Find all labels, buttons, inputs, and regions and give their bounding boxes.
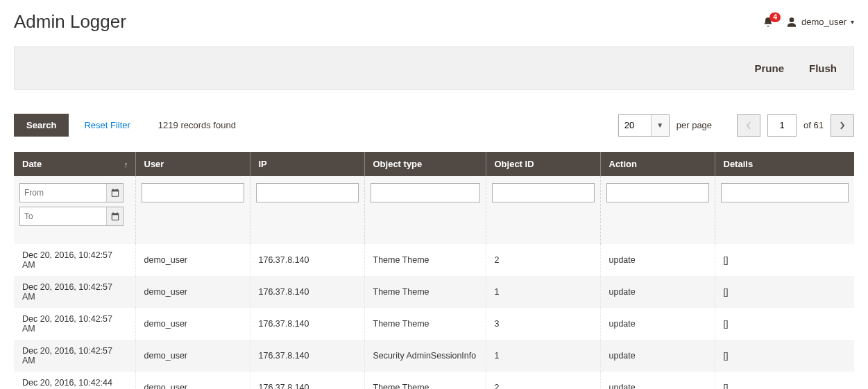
cell-otype: Theme Theme bbox=[364, 244, 486, 276]
cell-otype: Security AdminSessionInfo bbox=[364, 340, 486, 372]
calendar-icon[interactable] bbox=[106, 184, 123, 202]
user-icon bbox=[786, 17, 797, 28]
cell-oid: 1 bbox=[486, 276, 600, 308]
flush-button[interactable]: Flush bbox=[809, 62, 837, 74]
date-from-input[interactable] bbox=[20, 184, 106, 202]
date-to-input[interactable] bbox=[20, 207, 106, 225]
actionbar: Prune Flush bbox=[14, 46, 854, 90]
table-row[interactable]: Dec 20, 2016, 10:42:57 AMdemo_user176.37… bbox=[14, 244, 854, 276]
sort-arrow-up-icon: ↑ bbox=[124, 160, 128, 168]
cell-details: [] bbox=[715, 372, 854, 389]
col-ip[interactable]: IP bbox=[250, 152, 364, 176]
next-page-button[interactable] bbox=[831, 114, 854, 137]
page-number-input[interactable] bbox=[767, 114, 797, 137]
cell-oid: 1 bbox=[486, 340, 600, 372]
table-row[interactable]: Dec 20, 2016, 10:42:57 AMdemo_user176.37… bbox=[14, 276, 854, 308]
filter-row bbox=[14, 176, 854, 244]
cell-user: demo_user bbox=[135, 340, 250, 372]
table-header-row: Date↑ User IP Object type Object ID Acti… bbox=[14, 152, 854, 176]
cell-action: update bbox=[600, 340, 715, 372]
cell-user: demo_user bbox=[135, 308, 250, 340]
per-page-select[interactable]: ▼ bbox=[618, 114, 670, 137]
table-row[interactable]: Dec 20, 2016, 10:42:57 AMdemo_user176.37… bbox=[14, 308, 854, 340]
cell-details: [] bbox=[715, 244, 854, 276]
date-from-wrap bbox=[19, 183, 124, 202]
reset-filter-link[interactable]: Reset Filter bbox=[84, 120, 130, 130]
col-date[interactable]: Date↑ bbox=[14, 152, 135, 176]
filter-ip-input[interactable] bbox=[256, 183, 359, 202]
user-menu-button[interactable]: demo_user ▾ bbox=[786, 17, 854, 28]
cell-details: [] bbox=[715, 340, 854, 372]
cell-ip: 176.37.8.140 bbox=[250, 372, 364, 389]
per-page-input[interactable] bbox=[619, 115, 651, 136]
cell-oid: 3 bbox=[486, 308, 600, 340]
cell-otype: Theme Theme bbox=[364, 372, 486, 389]
col-details[interactable]: Details bbox=[715, 152, 854, 176]
prev-page-button[interactable] bbox=[737, 114, 760, 137]
cell-ip: 176.37.8.140 bbox=[250, 340, 364, 372]
cell-ip: 176.37.8.140 bbox=[250, 308, 364, 340]
cell-ip: 176.37.8.140 bbox=[250, 244, 364, 276]
calendar-icon[interactable] bbox=[106, 207, 123, 225]
cell-date: Dec 20, 2016, 10:42:57 AM bbox=[14, 340, 135, 372]
table-row[interactable]: Dec 20, 2016, 10:42:44 AMdemo_user176.37… bbox=[14, 372, 854, 389]
col-object-id[interactable]: Object ID bbox=[486, 152, 600, 176]
tools-row: Search Reset Filter 1219 records found ▼… bbox=[14, 114, 854, 137]
log-table: Date↑ User IP Object type Object ID Acti… bbox=[14, 152, 854, 389]
notifications-badge: 4 bbox=[769, 12, 781, 22]
cell-otype: Theme Theme bbox=[364, 276, 486, 308]
date-to-wrap bbox=[19, 207, 124, 226]
cell-action: update bbox=[600, 244, 715, 276]
topbar: Admin Logger 4 demo_user ▾ bbox=[14, 8, 854, 37]
cell-details: [] bbox=[715, 308, 854, 340]
cell-oid: 2 bbox=[486, 244, 600, 276]
username-label: demo_user bbox=[801, 17, 846, 27]
cell-action: update bbox=[600, 308, 715, 340]
cell-otype: Theme Theme bbox=[364, 308, 486, 340]
cell-oid: 2 bbox=[486, 372, 600, 389]
filter-details-input[interactable] bbox=[721, 183, 849, 202]
per-page-label: per page bbox=[676, 120, 712, 130]
filter-object-id-input[interactable] bbox=[492, 183, 595, 202]
cell-date: Dec 20, 2016, 10:42:44 AM bbox=[14, 372, 135, 389]
chevron-down-icon[interactable]: ▼ bbox=[651, 115, 669, 136]
col-action[interactable]: Action bbox=[600, 152, 715, 176]
filter-object-type-input[interactable] bbox=[371, 183, 480, 202]
cell-user: demo_user bbox=[135, 372, 250, 389]
cell-details: [] bbox=[715, 276, 854, 308]
col-user[interactable]: User bbox=[135, 152, 250, 176]
caret-down-icon: ▾ bbox=[851, 18, 854, 26]
filter-user-input[interactable] bbox=[142, 183, 244, 202]
col-object-type[interactable]: Object type bbox=[364, 152, 486, 176]
cell-date: Dec 20, 2016, 10:42:57 AM bbox=[14, 308, 135, 340]
cell-user: demo_user bbox=[135, 244, 250, 276]
cell-action: update bbox=[600, 372, 715, 389]
notifications-button[interactable]: 4 bbox=[763, 17, 774, 28]
cell-date: Dec 20, 2016, 10:42:57 AM bbox=[14, 276, 135, 308]
cell-action: update bbox=[600, 276, 715, 308]
table-row[interactable]: Dec 20, 2016, 10:42:57 AMdemo_user176.37… bbox=[14, 340, 854, 372]
filter-action-input[interactable] bbox=[606, 183, 709, 202]
page-title: Admin Logger bbox=[14, 11, 126, 33]
prune-button[interactable]: Prune bbox=[754, 62, 784, 74]
search-button[interactable]: Search bbox=[14, 114, 69, 137]
cell-date: Dec 20, 2016, 10:42:57 AM bbox=[14, 244, 135, 276]
records-count: 1219 records found bbox=[158, 120, 236, 130]
cell-ip: 176.37.8.140 bbox=[250, 276, 364, 308]
cell-user: demo_user bbox=[135, 276, 250, 308]
page-of-label: of 61 bbox=[803, 120, 824, 130]
chevron-left-icon bbox=[746, 121, 751, 130]
chevron-right-icon bbox=[840, 121, 845, 130]
